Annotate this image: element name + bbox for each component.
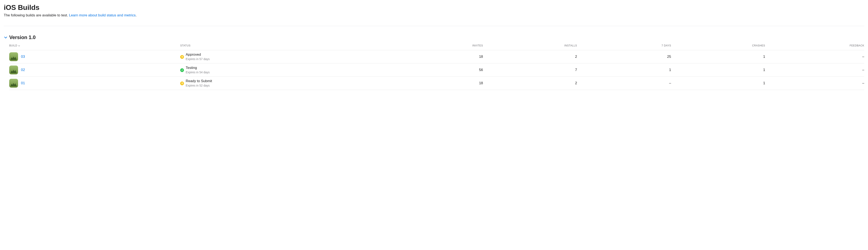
app-icon (9, 52, 18, 61)
chevron-down-icon (18, 45, 20, 47)
version-header[interactable]: Version 1.0 (4, 34, 864, 40)
crashes-value: 1 (676, 77, 770, 90)
feedback-value: – (770, 50, 864, 63)
version-title: Version 1.0 (9, 34, 36, 40)
builds-table: BUILD STATUS INVITES INSTALLS 7 DAYS CRA… (9, 44, 864, 90)
status-expiry: Expires in 52 days (186, 84, 212, 87)
check-icon (180, 68, 184, 72)
seven-days-value: – (582, 77, 676, 90)
column-header-build-label: BUILD (9, 44, 17, 47)
installs-value: 2 (488, 77, 582, 90)
column-header-feedback: FEEDBACK (770, 44, 864, 50)
clock-icon (180, 55, 184, 59)
seven-days-value: 25 (582, 50, 676, 63)
installs-value: 7 (488, 63, 582, 77)
table-row: 01 Ready to Submit Expires in 52 days 18… (9, 77, 864, 90)
status-expiry: Expires in 57 days (186, 57, 210, 61)
table-header-row: BUILD STATUS INVITES INSTALLS 7 DAYS CRA… (9, 44, 864, 50)
status-label: Ready to Submit (186, 79, 212, 83)
invites-value: 18 (394, 50, 488, 63)
subtitle-text: The following builds are available to te… (4, 13, 69, 17)
page-title: iOS Builds (4, 3, 864, 11)
app-icon (9, 65, 18, 74)
crashes-value: 1 (676, 63, 770, 77)
table-row: 02 Testing Expires in 54 days 56 7 1 1 – (9, 63, 864, 77)
status-expiry: Expires in 54 days (186, 71, 210, 74)
build-number-link[interactable]: 01 (21, 81, 25, 85)
column-header-status: STATUS (180, 44, 394, 50)
build-number-link[interactable]: 02 (21, 68, 25, 72)
invites-value: 56 (394, 63, 488, 77)
svg-line-5 (182, 83, 183, 84)
status-label: Testing (186, 65, 210, 70)
status-label: Approved (186, 52, 210, 57)
invites-value: 18 (394, 77, 488, 90)
column-header-crashes: CRASHES (676, 44, 770, 50)
learn-more-link[interactable]: Learn more about build status and metric… (69, 13, 136, 17)
column-header-build[interactable]: BUILD (9, 44, 180, 50)
build-number-link[interactable]: 03 (21, 55, 25, 59)
column-header-7days: 7 DAYS (582, 44, 676, 50)
feedback-value: – (770, 63, 864, 77)
app-icon (9, 79, 18, 88)
table-row: 03 Approved Expires in 57 days 18 2 25 1… (9, 50, 864, 63)
column-header-invites: INVITES (394, 44, 488, 50)
column-header-installs: INSTALLS (488, 44, 582, 50)
clock-icon (180, 82, 184, 85)
seven-days-value: 1 (582, 63, 676, 77)
chevron-down-icon (4, 35, 7, 39)
feedback-value: – (770, 77, 864, 90)
subtitle-suffix: . (135, 13, 136, 17)
installs-value: 2 (488, 50, 582, 63)
page-subtitle: The following builds are available to te… (4, 13, 864, 18)
crashes-value: 1 (676, 50, 770, 63)
